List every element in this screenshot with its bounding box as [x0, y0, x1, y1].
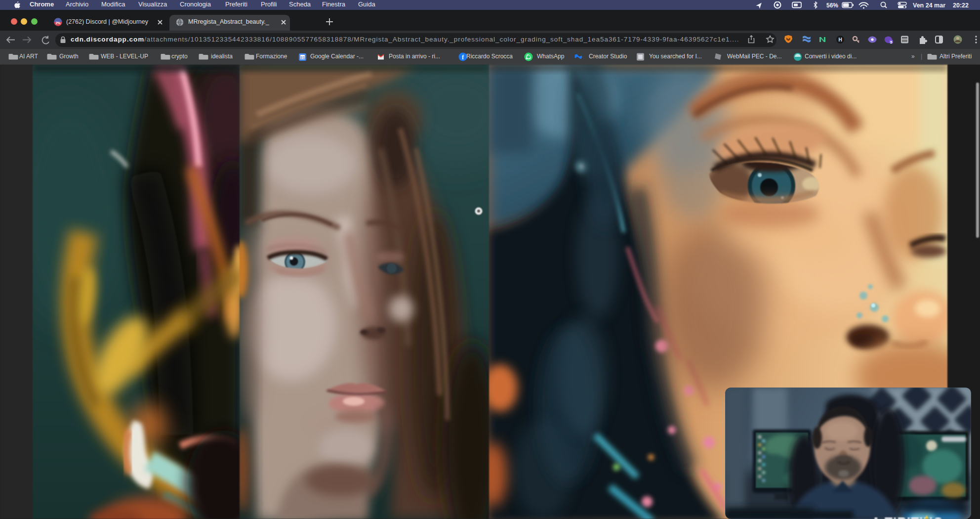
svg-text:2%: 2% — [55, 21, 61, 25]
svg-text:A TIRITINO: A TIRITINO — [871, 515, 943, 519]
svg-text:5: 5 — [890, 40, 892, 44]
svg-text:31: 31 — [300, 55, 305, 60]
svg-text:56%: 56% — [826, 2, 838, 9]
svg-text:H: H — [838, 37, 842, 43]
svg-text:Ven 24 mar: Ven 24 mar — [913, 2, 945, 9]
svg-text:20:22: 20:22 — [953, 2, 969, 9]
